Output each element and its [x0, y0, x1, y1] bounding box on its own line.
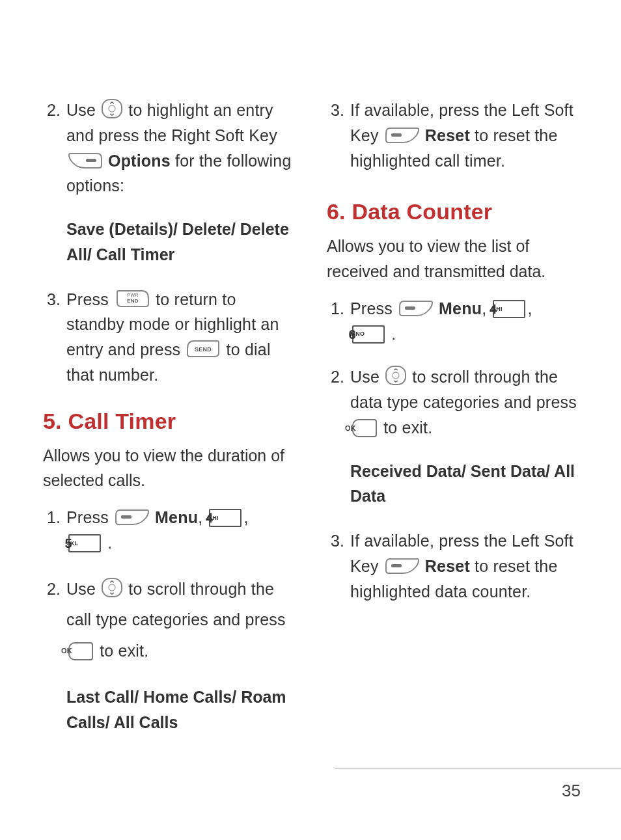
- ct-step-2: 2.Use to scroll through the call type ca…: [43, 574, 298, 667]
- ok-key-icon: OK: [68, 642, 93, 660]
- step-number: 1.: [331, 296, 350, 321]
- step-text: Press: [66, 290, 113, 308]
- nav-key-icon: [385, 366, 406, 385]
- step-number: 2.: [47, 98, 66, 123]
- step-number: 3.: [331, 528, 350, 554]
- send-key-icon: SEND: [186, 340, 220, 358]
- page-number: 35: [562, 781, 581, 801]
- left-column: 2.Use to highlight an entry and press th…: [43, 98, 298, 755]
- step-text: Press: [350, 299, 397, 318]
- svg-text:END: END: [127, 298, 139, 304]
- right-column: 3.If available, press the Left Soft Key …: [327, 98, 582, 755]
- categories-list: Last Call/ Home Calls/ Roam Calls/ All C…: [43, 684, 298, 735]
- left-soft-key-icon: [385, 127, 420, 144]
- step-text: .: [103, 534, 112, 552]
- step-text: Use: [66, 101, 100, 119]
- step-number: 3.: [331, 98, 350, 123]
- svg-text:SEND: SEND: [195, 346, 212, 353]
- section-desc: Allows you to view the list of received …: [327, 234, 582, 284]
- step-number: 1.: [47, 505, 66, 530]
- left-soft-key-icon: [398, 300, 434, 317]
- step-text: Use: [350, 368, 384, 386]
- numpad-key-4: 4GHI: [209, 509, 242, 527]
- categories-list: Received Data/ Sent Data/ All Data: [327, 459, 582, 509]
- ok-key-icon: OK: [352, 419, 377, 437]
- options-list: Save (Details)/ Delete/ Delete All/ Call…: [43, 217, 298, 267]
- step-number: 2.: [331, 364, 350, 390]
- step-text: Press: [66, 508, 113, 526]
- step-2: 2.Use to highlight an entry and press th…: [43, 98, 298, 198]
- end-key-icon: PWREND: [115, 290, 150, 308]
- step-number: 3.: [47, 287, 66, 312]
- step-text: Use: [66, 580, 100, 598]
- label-reset: Reset: [425, 126, 470, 144]
- left-soft-key-icon: [115, 509, 150, 526]
- numpad-key-6: 6MNO: [352, 325, 385, 344]
- label-menu: Menu: [439, 299, 482, 318]
- footer-rule: [335, 768, 621, 768]
- dc-step-1: 1.Press Menu, 4GHI, 6MNO .: [327, 296, 582, 347]
- numpad-key-4: 4GHI: [493, 300, 525, 318]
- svg-text:PWR: PWR: [128, 293, 139, 297]
- label-options: Options: [108, 152, 171, 170]
- numpad-key-5: 5JKL: [68, 534, 101, 552]
- step-3-right: 3.If available, press the Left Soft Key …: [327, 98, 582, 173]
- nav-key-icon: [102, 99, 122, 118]
- heading-call-timer: 5. Call Timer: [43, 409, 298, 434]
- step-number: 2.: [47, 574, 66, 605]
- step-text: .: [387, 325, 396, 343]
- step-text: to exit.: [95, 642, 148, 660]
- nav-key-icon: [102, 578, 122, 597]
- heading-data-counter: 6. Data Counter: [327, 199, 582, 224]
- label-reset: Reset: [425, 557, 470, 575]
- dc-step-3: 3.If available, press the Left Soft Key …: [327, 528, 582, 604]
- label-menu: Menu: [155, 508, 198, 526]
- left-soft-key-icon: [385, 558, 420, 575]
- dc-step-2: 2.Use to scroll through the data type ca…: [327, 364, 582, 440]
- right-soft-key-icon: [68, 152, 103, 169]
- section-desc: Allows you to view the duration of selec…: [43, 443, 298, 494]
- step-3: 3.Press PWREND to return to standby mode…: [43, 287, 298, 388]
- step-text: to exit.: [379, 418, 432, 437]
- ct-step-1: 1.Press Menu, 4GHI, 5JKL .: [43, 505, 298, 556]
